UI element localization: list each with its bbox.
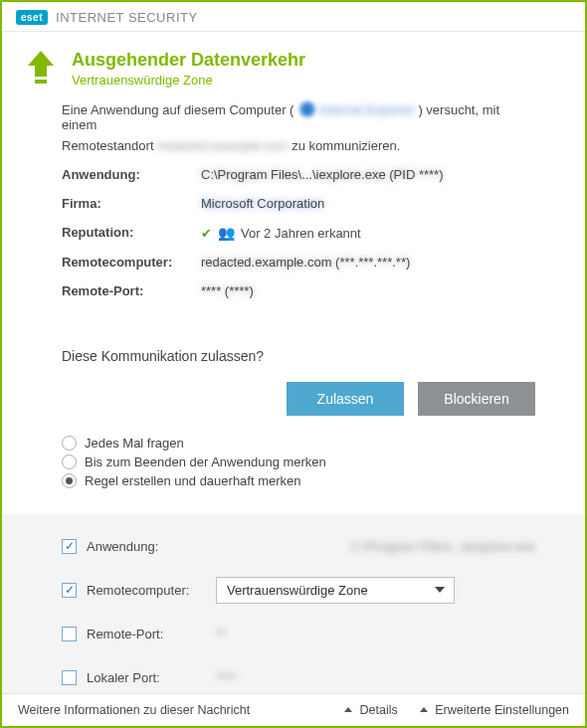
outgoing-arrow-icon — [26, 51, 56, 87]
chevron-up-icon — [420, 703, 428, 717]
rule-value-local-port: **** — [216, 670, 535, 685]
prompt-question: Diese Kommunikation zulassen? — [62, 348, 535, 364]
label-remote-port: Remote-Port: — [62, 283, 201, 298]
rule-label-local-port: Lokaler Port: — [87, 670, 216, 685]
brand-badge: eset — [16, 10, 48, 25]
radio-label: Regel erstellen und dauerhaft merken — [85, 473, 301, 488]
check-icon: ✔ — [201, 226, 212, 241]
footer-bar: Weitere Informationen zu dieser Nachrich… — [2, 693, 585, 726]
label-company: Firma: — [62, 196, 201, 211]
svg-rect-1 — [35, 80, 47, 84]
prompt-block: Diese Kommunikation zulassen? Zulassen B… — [2, 326, 585, 514]
label-reputation: Reputation: — [62, 225, 201, 241]
label-remote-computer: Remotecomputer: — [62, 255, 201, 270]
radio-icon — [62, 455, 77, 469]
desc-text: Eine Anwendung auf diesem Computer ( — [62, 102, 294, 117]
desc-app-name: Internet Explorer — [319, 102, 415, 117]
rule-value-remote-port: ** — [216, 627, 535, 641]
rule-value-application: C:\Program Files\...\iexplore.exe — [216, 539, 535, 554]
details-label: Details — [360, 703, 398, 717]
radio-remember-until-close[interactable]: Bis zum Beenden der Anwendung merken — [62, 455, 535, 469]
dialog-title: Ausgehender Datenverkehr — [72, 50, 305, 71]
block-button[interactable]: Blockieren — [418, 382, 535, 416]
more-info-link[interactable]: Weitere Informationen zu dieser Nachrich… — [18, 703, 250, 717]
rule-label-remote-port: Remote-Port: — [87, 627, 216, 641]
brand-product: INTERNET SECURITY — [56, 10, 198, 25]
checkbox-local-port[interactable] — [62, 670, 77, 685]
svg-marker-0 — [28, 51, 54, 77]
checkbox-remote-port[interactable] — [62, 627, 77, 641]
label-application: Anwendung: — [62, 167, 201, 182]
rule-label-remote: Remotecomputer: — [87, 583, 216, 598]
app-icon — [299, 101, 315, 117]
description-block: Eine Anwendung auf diesem Computer ( Int… — [2, 101, 585, 298]
checkbox-application[interactable] — [62, 539, 77, 554]
allow-button[interactable]: Zulassen — [287, 382, 404, 416]
advanced-label: Erweiterte Einstellungen — [435, 703, 569, 717]
desc-text: Remotestandort — [62, 138, 157, 153]
reputation-text: Vor 2 Jahren erkannt — [241, 226, 361, 241]
dialog-subtitle: Vertrauenswürdige Zone — [72, 73, 305, 88]
select-value: Vertrauenswürdige Zone — [227, 583, 368, 598]
users-icon: 👥 — [218, 225, 235, 241]
radio-icon — [62, 473, 77, 488]
radio-create-rule[interactable]: Regel erstellen und dauerhaft merken — [62, 473, 535, 488]
value-reputation: ✔ 👥 Vor 2 Jahren erkannt — [201, 225, 525, 241]
value-application: C:\Program Files\...\iexplore.exe (PID *… — [201, 167, 525, 182]
advanced-settings-toggle[interactable]: Erweiterte Einstellungen — [420, 703, 569, 717]
value-remote-port: **** (****) — [201, 283, 525, 298]
value-remote-computer: redacted.example.com (***.***.***.**) — [201, 255, 525, 270]
radio-label: Jedes Mal fragen — [85, 436, 184, 451]
radio-icon — [62, 436, 77, 451]
window-header: eset INTERNET SECURITY — [2, 2, 585, 32]
details-toggle[interactable]: Details — [344, 703, 398, 717]
checkbox-remote-computer[interactable] — [62, 583, 77, 598]
select-remote-computer[interactable]: Vertrauenswürdige Zone — [216, 577, 455, 604]
rule-label-application: Anwendung: — [87, 539, 216, 554]
title-block: Ausgehender Datenverkehr Vertrauenswürdi… — [2, 32, 585, 101]
desc-text: zu kommunizieren. — [292, 138, 400, 153]
radio-label: Bis zum Beenden der Anwendung merken — [85, 455, 326, 469]
chevron-up-icon — [344, 703, 352, 717]
desc-remote-host: redacted.example.com — [157, 138, 289, 153]
value-company: Microsoft Corporation — [201, 196, 525, 211]
radio-ask-each-time[interactable]: Jedes Mal fragen — [62, 436, 535, 451]
